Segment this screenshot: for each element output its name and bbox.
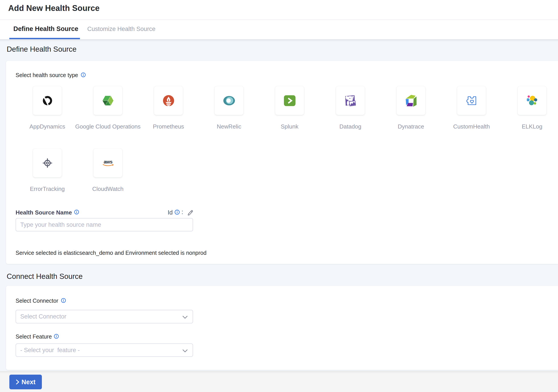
svg-text:aws: aws	[104, 159, 113, 165]
